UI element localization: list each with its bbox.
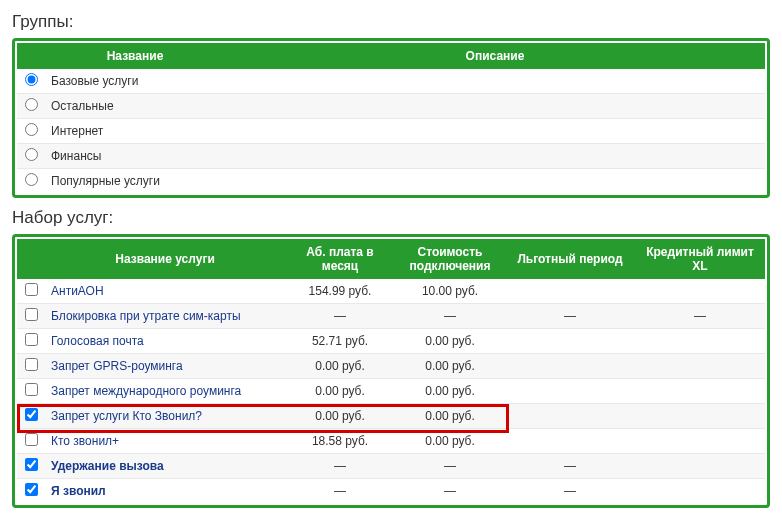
service-link[interactable]: Кто звонил+ — [51, 434, 119, 448]
service-grace — [505, 379, 635, 404]
service-link[interactable]: Я звонил — [51, 484, 106, 498]
service-connect-cost: 10.00 руб. — [395, 279, 505, 304]
group-label: Базовые услуги — [45, 69, 765, 94]
services-panel: Название услуги Аб. плата в месяц Стоимо… — [12, 234, 770, 508]
service-row: Удержание вызова——— — [17, 454, 765, 479]
service-row: Запрет международного роуминга0.00 руб.0… — [17, 379, 765, 404]
groups-panel: Название Описание Базовые услугиОстальны… — [12, 38, 770, 198]
service-link[interactable]: Удержание вызова — [51, 459, 164, 473]
group-radio[interactable] — [25, 98, 38, 111]
service-credit — [635, 454, 765, 479]
service-monthly: — — [285, 454, 395, 479]
service-monthly: 154.99 руб. — [285, 279, 395, 304]
service-credit — [635, 479, 765, 504]
service-checkbox[interactable] — [25, 283, 38, 296]
service-credit: — — [635, 304, 765, 329]
service-link[interactable]: АнтиАОН — [51, 284, 104, 298]
service-connect-cost: — — [395, 454, 505, 479]
group-radio[interactable] — [25, 173, 38, 186]
service-row: Кто звонил+18.58 руб.0.00 руб. — [17, 429, 765, 454]
service-link[interactable]: Запрет GPRS-роуминга — [51, 359, 183, 373]
groups-title: Группы: — [12, 12, 770, 32]
service-link[interactable]: Блокировка при утрате сим-карты — [51, 309, 241, 323]
service-credit — [635, 279, 765, 304]
service-row: Блокировка при утрате сим-карты———— — [17, 304, 765, 329]
service-monthly: 0.00 руб. — [285, 404, 395, 429]
service-row: АнтиАОН154.99 руб.10.00 руб. — [17, 279, 765, 304]
service-grace: — — [505, 454, 635, 479]
service-checkbox[interactable] — [25, 358, 38, 371]
service-row: Запрет GPRS-роуминга0.00 руб.0.00 руб. — [17, 354, 765, 379]
groups-header-ctrl — [17, 43, 45, 69]
services-table: Название услуги Аб. плата в месяц Стоимо… — [17, 239, 765, 503]
groups-table: Название Описание Базовые услугиОстальны… — [17, 43, 765, 193]
services-header-ctrl — [17, 239, 45, 279]
group-row: Остальные — [17, 94, 765, 119]
group-label: Интернет — [45, 119, 765, 144]
groups-header-desc: Описание — [225, 43, 765, 69]
group-row: Финансы — [17, 144, 765, 169]
service-connect-cost: 0.00 руб. — [395, 354, 505, 379]
service-row: Голосовая почта52.71 руб.0.00 руб. — [17, 329, 765, 354]
service-credit — [635, 379, 765, 404]
group-row: Базовые услуги — [17, 69, 765, 94]
services-header-grace: Льготный период — [505, 239, 635, 279]
group-row: Интернет — [17, 119, 765, 144]
service-monthly: — — [285, 479, 395, 504]
service-checkbox[interactable] — [25, 433, 38, 446]
groups-header-name: Название — [45, 43, 225, 69]
group-row: Популярные услуги — [17, 169, 765, 194]
group-label: Финансы — [45, 144, 765, 169]
service-checkbox[interactable] — [25, 383, 38, 396]
service-connect-cost: 0.00 руб. — [395, 404, 505, 429]
service-row: Я звонил——— — [17, 479, 765, 504]
group-radio[interactable] — [25, 148, 38, 161]
service-grace — [505, 329, 635, 354]
service-grace — [505, 429, 635, 454]
services-header-credit: Кредитный лимит XL — [635, 239, 765, 279]
service-monthly: — — [285, 304, 395, 329]
services-title: Набор услуг: — [12, 208, 770, 228]
service-checkbox[interactable] — [25, 308, 38, 321]
service-monthly: 0.00 руб. — [285, 354, 395, 379]
service-monthly: 18.58 руб. — [285, 429, 395, 454]
service-connect-cost: 0.00 руб. — [395, 329, 505, 354]
service-connect-cost: 0.00 руб. — [395, 429, 505, 454]
group-label: Остальные — [45, 94, 765, 119]
service-link[interactable]: Запрет международного роуминга — [51, 384, 241, 398]
service-grace — [505, 404, 635, 429]
service-grace — [505, 354, 635, 379]
service-credit — [635, 354, 765, 379]
service-credit — [635, 429, 765, 454]
service-grace: — — [505, 479, 635, 504]
service-connect-cost: — — [395, 304, 505, 329]
group-radio[interactable] — [25, 123, 38, 136]
service-monthly: 0.00 руб. — [285, 379, 395, 404]
services-header-connect: Стоимость подключения — [395, 239, 505, 279]
service-checkbox[interactable] — [25, 483, 38, 496]
service-checkbox[interactable] — [25, 333, 38, 346]
group-label: Популярные услуги — [45, 169, 765, 194]
service-credit — [635, 329, 765, 354]
service-grace — [505, 279, 635, 304]
service-link[interactable]: Запрет услуги Кто Звонил? — [51, 409, 202, 423]
service-credit — [635, 404, 765, 429]
group-radio[interactable] — [25, 73, 38, 86]
service-connect-cost: — — [395, 479, 505, 504]
service-checkbox[interactable] — [25, 458, 38, 471]
service-checkbox[interactable] — [25, 408, 38, 421]
services-header-name: Название услуги — [45, 239, 285, 279]
service-monthly: 52.71 руб. — [285, 329, 395, 354]
service-grace: — — [505, 304, 635, 329]
service-row: Запрет услуги Кто Звонил?0.00 руб.0.00 р… — [17, 404, 765, 429]
services-header-monthly: Аб. плата в месяц — [285, 239, 395, 279]
service-connect-cost: 0.00 руб. — [395, 379, 505, 404]
service-link[interactable]: Голосовая почта — [51, 334, 144, 348]
